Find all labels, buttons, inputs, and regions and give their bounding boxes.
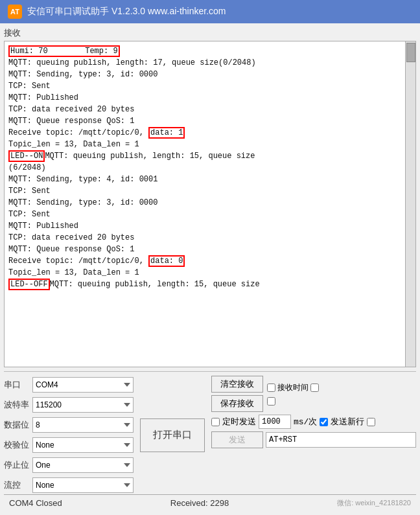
flow-control-select[interactable]: None bbox=[32, 477, 134, 493]
timed-send-label: 定时发送 bbox=[222, 416, 256, 428]
data-bits-label: 数据位 bbox=[4, 419, 30, 431]
data-bits-row: 数据位 8 bbox=[4, 416, 134, 434]
open-port-button[interactable]: 打开串口 bbox=[140, 418, 205, 452]
received-count: Received: 2298 bbox=[170, 498, 229, 508]
scrollbar-thumb[interactable] bbox=[406, 43, 415, 62]
watermark: 微信: weixin_42181820 bbox=[337, 498, 411, 508]
receive-time-checkbox[interactable] bbox=[267, 383, 275, 392]
flow-control-row: 流控 None bbox=[4, 476, 134, 494]
send-row: 发送 bbox=[211, 431, 416, 448]
receive-area[interactable]: Humi: 70 Temp: 9 MQTT: queuing publish, … bbox=[4, 41, 416, 367]
flow-control-label: 流控 bbox=[4, 479, 30, 491]
right-top-row: 清空接收 保存接收 接收时间 bbox=[211, 376, 416, 412]
stop-bits-row: 停止位 One bbox=[4, 456, 134, 474]
serial-port-select[interactable]: COM4 bbox=[32, 377, 134, 393]
stop-bits-select[interactable]: One bbox=[32, 457, 134, 473]
status-bar: COM4 Closed Received: 2298 微信: weixin_42… bbox=[4, 494, 416, 511]
serial-port-row: 串口 COM4 bbox=[4, 376, 134, 394]
left-panel: 串口 COM4 波特率 115200 数据位 8 bbox=[4, 376, 134, 494]
data1-highlight: data: 1 bbox=[148, 127, 185, 139]
clear-save-buttons: 清空接收 保存接收 bbox=[211, 376, 263, 412]
parity-row: 校验位 None bbox=[4, 436, 134, 454]
timed-send-unit: ms/次 bbox=[294, 416, 317, 428]
right-panel: 清空接收 保存接收 接收时间 bbox=[211, 376, 416, 494]
new-line-checkbox[interactable] bbox=[320, 418, 328, 426]
newline-label: 发送新行 bbox=[331, 416, 364, 428]
scrollbar[interactable] bbox=[405, 41, 415, 367]
send-button[interactable]: 发送 bbox=[211, 431, 263, 448]
baud-rate-select[interactable]: 115200 bbox=[32, 397, 134, 413]
title-bar: AT 安信可串口调试助手 V1.2.3.0 www.ai-thinker.com bbox=[0, 0, 420, 23]
save-receive-button[interactable]: 保存接收 bbox=[211, 395, 263, 412]
newline-row bbox=[267, 397, 319, 406]
timed-send-row: 定时发送 ms/次 发送新行 bbox=[211, 415, 416, 429]
parity-label: 校验位 bbox=[4, 439, 30, 451]
controls-wrapper: 串口 COM4 波特率 115200 数据位 8 bbox=[4, 371, 416, 494]
led-off-highlight: LED--OFF bbox=[8, 279, 50, 290]
center-panel: 打开串口 bbox=[134, 376, 211, 494]
main-area: 接收 Humi: 70 Temp: 9 MQTT: queuing publis… bbox=[0, 23, 420, 515]
extra-checkbox-1[interactable] bbox=[310, 383, 319, 392]
app-icon: AT bbox=[8, 5, 22, 19]
humi-temp-highlight: Humi: 70 Temp: 9 bbox=[8, 45, 120, 57]
data-bits-select[interactable]: 8 bbox=[32, 417, 134, 433]
timed-send-checkbox[interactable] bbox=[211, 418, 220, 426]
receive-content: Humi: 70 Temp: 9 MQTT: queuing publish, … bbox=[5, 41, 415, 367]
stop-bits-label: 停止位 bbox=[4, 459, 30, 471]
led-on-highlight: LED--ON bbox=[8, 150, 45, 162]
clear-receive-button[interactable]: 清空接收 bbox=[211, 376, 263, 393]
port-status: COM4 Closed bbox=[9, 498, 62, 508]
controls-row: 串口 COM4 波特率 115200 数据位 8 bbox=[4, 376, 416, 494]
baud-rate-row: 波特率 115200 bbox=[4, 396, 134, 414]
extra-newline-checkbox[interactable] bbox=[367, 418, 375, 426]
receive-time-label: 接收时间 bbox=[277, 382, 309, 393]
baud-rate-label: 波特率 bbox=[4, 399, 30, 411]
checkboxes: 接收时间 bbox=[267, 382, 319, 406]
receive-time-row: 接收时间 bbox=[267, 382, 319, 393]
receive-label: 接收 bbox=[4, 27, 416, 39]
newline-checkbox-2[interactable] bbox=[267, 397, 275, 406]
timed-send-input[interactable] bbox=[259, 415, 291, 429]
parity-select[interactable]: None bbox=[32, 437, 134, 453]
send-input[interactable] bbox=[266, 432, 416, 448]
title-text: 安信可串口调试助手 V1.2.3.0 www.ai-thinker.com bbox=[27, 6, 226, 17]
data0-highlight: data: 0 bbox=[148, 255, 185, 267]
serial-port-label: 串口 bbox=[4, 379, 30, 391]
